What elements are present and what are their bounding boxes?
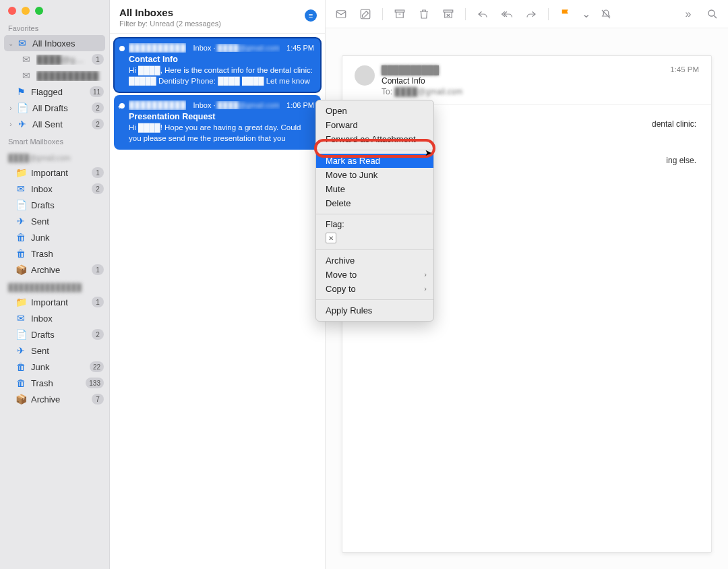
sidebar-item-account1-inbox[interactable]: ✉︎ ████@g… 1 [0,51,109,67]
sidebar-item-archive[interactable]: 📦Archive1 [0,262,109,278]
ctx-open[interactable]: Open [316,104,433,118]
sidebar-item-label: Junk [31,233,104,243]
search-icon[interactable] [705,7,720,22]
mailbox-title: All Inboxes [119,7,315,18]
message-item[interactable]: ██████████ Inbox · ████@gmail.com 1:45 P… [114,38,321,92]
close-window-button[interactable] [8,7,16,15]
message-list: ██████████ Inbox · ████@gmail.com 1:45 P… [110,34,325,154]
reader-to: To: ████@gmail.com [382,87,663,96]
minimize-window-button[interactable] [22,7,30,15]
inbox-icon: ✉︎ [20,70,32,81]
filter-toggle-button[interactable]: ≡ [305,9,317,22]
sidebar-item-flagged[interactable]: ⚑ Flagged 11 [0,84,109,100]
sidebar-item-label: Archive [31,394,92,405]
sidebar-item-label: Important [31,168,92,178]
junk-icon[interactable] [441,7,456,22]
mute-icon[interactable] [599,7,613,22]
flag-icon[interactable] [558,7,573,22]
inbox-icon: ✉︎ [15,183,27,194]
sidebar: Favorites ⌄ ✉︎ All Inboxes ✉︎ ████@g… 1 … [0,0,110,569]
toolbar-separator [548,8,549,20]
menu-separator [316,249,433,250]
ctx-mute[interactable]: Mute [316,182,433,196]
more-icon[interactable]: » [681,7,696,22]
archive-icon[interactable] [392,7,407,22]
ctx-flag-row: ✕ [316,229,433,246]
message-preview: Hi ████! Hope you are having a great day… [129,123,314,143]
message-time: 1:45 PM [286,44,314,52]
chevron-right-icon[interactable]: › [7,104,15,112]
sidebar-item-junk[interactable]: 🗑︎Junk [0,229,109,245]
sidebar-item-sent[interactable]: ✈︎Sent [0,213,109,229]
count-badge: 22 [90,361,104,372]
sidebar-item-label: All Drafts [32,103,92,113]
sidebar-item-inbox[interactable]: ✉︎Inbox2 [0,181,109,197]
sidebar-item-label: Drafts [31,200,104,210]
sidebar-section-account1: ████@gmail.com [0,148,109,164]
sidebar-item-all-drafts[interactable]: › 📄 All Drafts 2 [0,100,109,116]
sidebar-item-all-sent[interactable]: › ✈︎ All Sent 2 [0,116,109,132]
unread-dot-icon [119,46,125,51]
sent-icon: ✈︎ [16,119,28,129]
inbox-icon: ✉︎ [15,313,27,324]
sidebar-item-important[interactable]: 📁Important1 [0,164,109,181]
trash-icon[interactable] [417,7,431,22]
ctx-archive[interactable]: Archive [316,253,433,268]
chevron-right-icon[interactable]: › [7,121,15,128]
reply-indicator-icon: ↩︎ [118,102,124,111]
reply-icon[interactable] [475,7,490,22]
junk-icon: 🗑︎ [15,232,27,243]
ctx-mark-as-read[interactable]: Mark as Read [316,154,433,168]
count-badge: 1 [92,167,104,178]
message-item[interactable]: ↩︎ ██████████ Inbox · ████@gmail.com 1:0… [114,95,321,150]
inbox-icon: ✉︎ [20,54,32,65]
flag-clear-button[interactable]: ✕ [326,233,336,243]
menu-separator [316,299,433,300]
sidebar-item-trash[interactable]: 🗑︎Trash133 [0,375,109,391]
sidebar-item-drafts[interactable]: 📄Drafts2 [0,326,109,342]
ctx-apply-rules[interactable]: Apply Rules [316,303,433,318]
forward-icon[interactable] [524,7,539,22]
sidebar-item-all-inboxes[interactable]: ⌄ ✉︎ All Inboxes [4,35,105,51]
avatar [355,65,375,86]
chevron-right-icon: › [424,270,427,278]
sidebar-item-important[interactable]: 📁Important1 [0,294,109,310]
zoom-window-button[interactable] [35,7,43,15]
sidebar-item-label: Sent [31,216,104,227]
envelope-icon[interactable] [334,7,348,22]
sidebar-item-label: Drafts [31,330,92,340]
sidebar-item-junk[interactable]: 🗑︎Junk22 [0,359,109,375]
message-from: ██████████ [129,43,186,53]
chevron-down-icon[interactable]: ⌄ [7,40,15,47]
sidebar-section-smart: Smart Mailboxes [0,132,109,148]
sidebar-item-trash[interactable]: 🗑︎Trash [0,245,109,262]
compose-icon[interactable] [358,7,373,22]
chevron-right-icon: › [424,284,427,293]
message-time: 1:06 PM [286,101,314,109]
count-badge: 133 [86,378,104,388]
sidebar-item-inbox[interactable]: ✉︎Inbox [0,310,109,326]
context-menu: Open Forward Forward as Attachment Mark … [315,100,434,322]
reply-all-icon[interactable] [499,7,514,22]
sidebar-item-drafts[interactable]: 📄Drafts [0,197,109,213]
chevron-down-icon[interactable]: ⌄ [582,7,589,22]
sidebar-section-account2: ██████████████ [0,278,109,294]
ctx-forward-attachment[interactable]: Forward as Attachment [316,132,433,146]
archive-icon: 📦 [15,394,27,405]
message-subject: Presentation Request [129,112,314,121]
sidebar-item-label: All Inboxes [32,38,100,49]
menu-separator [316,150,433,150]
sidebar-item-sent[interactable]: ✈︎Sent [0,342,109,359]
count-badge: 2 [92,102,104,113]
message-header: ██████████ Contact Info To: ████@gmail.c… [342,56,711,105]
sidebar-item-account2-inbox[interactable]: ✉︎ ██████████ [0,67,109,84]
sidebar-item-archive[interactable]: 📦Archive7 [0,391,109,407]
ctx-move-to-junk[interactable]: Move to Junk [316,168,433,182]
folder-icon: 📁 [15,297,27,307]
ctx-forward[interactable]: Forward [316,118,433,132]
ctx-move-to[interactable]: Move to› [316,268,433,282]
ctx-copy-to[interactable]: Copy to› [316,282,433,296]
count-badge: 2 [92,183,104,194]
ctx-delete[interactable]: Delete [316,196,433,210]
sidebar-item-label: Inbox [31,313,104,324]
